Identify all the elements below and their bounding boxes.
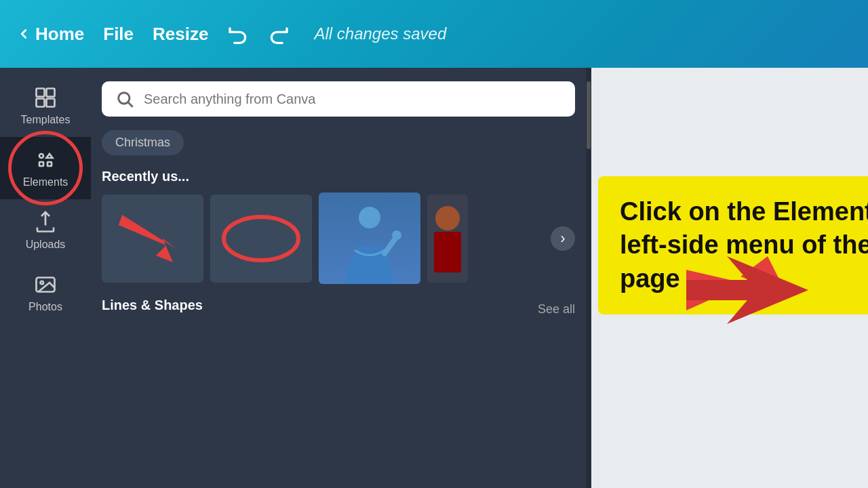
thumb-4 (427, 195, 468, 283)
uploads-label: Uploads (26, 239, 66, 251)
svg-point-13 (359, 207, 380, 228)
search-input[interactable] (144, 92, 561, 107)
thumb-2 (210, 195, 312, 283)
svg-rect-2 (37, 99, 45, 107)
elements-label: Elements (23, 176, 68, 188)
svg-point-8 (41, 281, 44, 285)
svg-rect-5 (39, 162, 43, 166)
sidebar-item-photos[interactable]: Photos (0, 262, 91, 324)
elements-panel: Christmas Recently us... (91, 68, 586, 488)
templates-label: Templates (21, 114, 71, 126)
scroll-thumb (587, 81, 591, 149)
back-button[interactable]: Home (16, 24, 84, 45)
sidebar: Templates Elements Uploads (0, 68, 91, 488)
canvas-area[interactable]: Click on the Elements tab in the left-si… (591, 68, 868, 488)
christmas-tag[interactable]: Christmas (102, 130, 184, 155)
photos-label: Photos (28, 301, 62, 313)
navbar: Home File Resize All changes saved (0, 0, 868, 68)
thumb-3 (319, 192, 420, 284)
svg-point-9 (119, 93, 130, 104)
see-all-button[interactable]: See all (538, 302, 575, 317)
panel-scrollbar[interactable] (586, 68, 591, 488)
svg-rect-1 (47, 89, 55, 97)
svg-rect-3 (47, 99, 55, 107)
svg-marker-11 (119, 215, 176, 262)
recently-used-row: › (102, 192, 575, 284)
svg-rect-18 (434, 232, 461, 272)
thumb-1 (102, 195, 203, 283)
recently-used-title: Recently us... (102, 169, 575, 184)
search-bar[interactable] (102, 81, 575, 117)
svg-marker-20 (686, 256, 808, 324)
undo-button[interactable] (227, 23, 249, 45)
file-button[interactable]: File (103, 24, 134, 45)
svg-point-16 (392, 230, 401, 240)
svg-rect-0 (37, 89, 45, 97)
next-button[interactable]: › (551, 226, 575, 251)
svg-point-17 (435, 206, 460, 230)
svg-line-10 (128, 102, 132, 106)
sidebar-item-uploads[interactable]: Uploads (0, 199, 91, 262)
lines-shapes-title: Lines & Shapes (102, 298, 203, 313)
lines-shapes-header: Lines & Shapes See all (102, 298, 575, 321)
svg-rect-6 (47, 162, 52, 166)
red-arrow-left-icon (686, 249, 822, 333)
svg-marker-4 (47, 154, 53, 158)
resize-button[interactable]: Resize (153, 24, 208, 45)
tag-row: Christmas (102, 130, 575, 155)
search-icon (115, 89, 134, 108)
redo-button[interactable] (268, 23, 290, 45)
svg-point-12 (224, 217, 298, 260)
sidebar-item-elements[interactable]: Elements (0, 137, 91, 199)
home-label: Home (35, 24, 84, 45)
sidebar-item-templates[interactable]: Templates (0, 75, 91, 137)
saved-status: All changes saved (314, 24, 446, 43)
main-area: Templates Elements Uploads (0, 68, 868, 488)
